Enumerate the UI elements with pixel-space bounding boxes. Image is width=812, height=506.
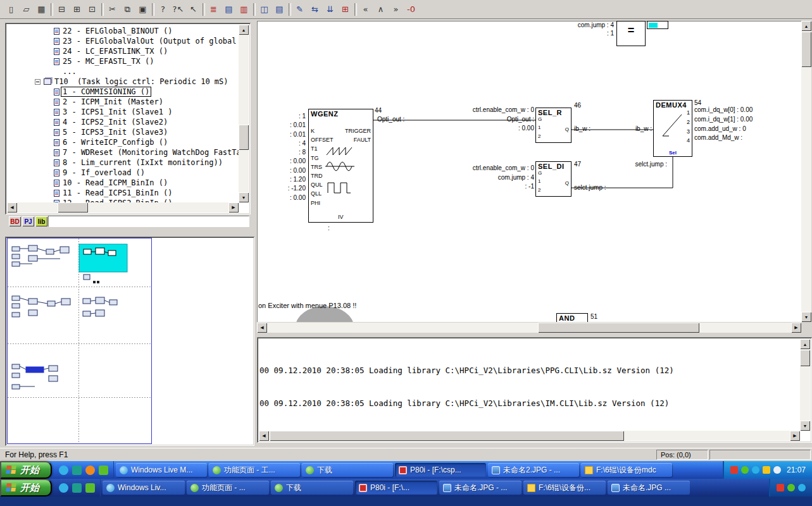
quick-launch-icon-3[interactable] <box>85 466 95 475</box>
taskbar2-button-download[interactable]: 下载 <box>271 481 353 495</box>
and-block[interactable]: AND <box>556 313 588 322</box>
taskbar-button-download[interactable]: 下载 <box>302 463 393 477</box>
taskbar2-button-p80i[interactable]: P80i - [F:\... <box>355 481 437 495</box>
cut-button[interactable]: ✂ <box>105 2 120 16</box>
tree-filter-input[interactable] <box>48 216 249 227</box>
compile-button[interactable]: ⇆ <box>308 2 322 16</box>
log-horizontal-scrollbar[interactable] <box>259 431 800 441</box>
tree-collapse-icon[interactable] <box>35 79 41 85</box>
start-button-secondary[interactable]: 开始 <box>0 479 52 497</box>
demux4-block[interactable]: DEMUX4 1 2 3 4 Sel <box>653 100 692 157</box>
canvas-vertical-scrollbar[interactable] <box>801 21 811 322</box>
build-all-button[interactable]: ⊞ <box>338 2 353 16</box>
scroll-down-icon[interactable] <box>239 192 249 202</box>
tab-pj[interactable]: PJ <box>22 216 34 226</box>
pointer-button[interactable]: ↖ <box>186 2 201 16</box>
monitor-button[interactable]: ▥ <box>237 2 251 16</box>
taskbar-button-unnamed2-jpg[interactable]: 未命名2.JPG - ... <box>488 463 579 477</box>
scroll-thumb[interactable] <box>270 431 624 441</box>
tree-item[interactable]: 23 - EFLGlobalValOut (Output of global v… <box>7 36 239 46</box>
scroll-left-icon[interactable] <box>7 202 17 213</box>
tree-item[interactable]: 5 - ICPS3_Init (Slave3) <box>7 127 239 137</box>
scroll-thumb[interactable] <box>800 350 810 366</box>
scroll-left-icon[interactable] <box>257 323 267 333</box>
tray-icon-2[interactable] <box>741 466 749 474</box>
scroll-down-icon[interactable] <box>801 312 811 322</box>
taskbar-button-p80i[interactable]: P80i - [F:\csp... <box>395 463 486 477</box>
tree-item[interactable]: ... <box>7 66 239 77</box>
help-button[interactable]: ? <box>156 2 170 16</box>
tray-icon-1[interactable] <box>777 484 784 491</box>
partial-block[interactable] <box>647 21 668 29</box>
log-vertical-scrollbar[interactable] <box>800 339 810 431</box>
quick-launch-icon-4[interactable] <box>99 466 108 475</box>
tree-item[interactable]: 8 - Lim_current (IxIxt monitoring)) <box>7 157 239 168</box>
sel-di-block[interactable]: SEL_DI G 1 2 Q <box>535 161 572 197</box>
clock[interactable]: 21:07 <box>787 466 806 474</box>
quick-launch-icon-3[interactable] <box>85 483 95 493</box>
tree-vertical-scrollbar[interactable] <box>239 25 249 202</box>
tree-item[interactable]: 4 - ICPS2_Init (Slave2) <box>7 117 239 127</box>
sel-r-block[interactable]: SEL_R G 1 2 Q <box>535 108 572 143</box>
tree-item[interactable]: 7 - WDReset (Monitoring WatchDog FastTas… <box>7 147 239 157</box>
tree-item[interactable]: 3 - ICPS1_Init (Slave1 ) <box>7 107 239 117</box>
tree-item[interactable]: 12 - Read_ICPS2_BinIn () <box>7 198 239 202</box>
scroll-down-icon[interactable] <box>800 421 810 431</box>
open-file-button[interactable]: ▱ <box>19 2 34 16</box>
wgenz-block[interactable]: WGENZ K OFFSET T1 TG TRS TRD QUL QLL <box>308 109 373 223</box>
db-view-button[interactable]: ▤ <box>222 2 236 16</box>
taskbar-button-windows-live[interactable]: Windows Live M... <box>116 463 207 477</box>
tray-icon-2[interactable] <box>787 484 795 491</box>
tray-icon-5[interactable] <box>773 466 781 474</box>
tree-item[interactable]: 1 - COMMISIONING () <box>7 87 239 97</box>
nav-first-button[interactable]: « <box>358 2 373 16</box>
download-button[interactable]: ⇊ <box>323 2 337 16</box>
scroll-up-icon[interactable] <box>801 21 811 31</box>
scroll-thumb[interactable] <box>801 32 811 67</box>
tray-icon-3[interactable] <box>752 466 759 474</box>
scroll-right-icon[interactable] <box>791 323 801 333</box>
overview-navigator-panel[interactable] <box>5 237 254 446</box>
list-windows-button[interactable]: ▤ <box>272 2 287 16</box>
canvas-horizontal-scrollbar[interactable] <box>257 323 801 333</box>
diagram-canvas[interactable]: com.jump : 4 : 1 = : 1 : 0.01 : 0.01 : 4… <box>257 21 801 322</box>
paste-button[interactable]: ▣ <box>135 2 150 16</box>
scroll-right-icon[interactable] <box>790 431 800 441</box>
taskbar2-button-windows-live[interactable]: Windows Liv... <box>103 481 185 495</box>
io-list-button[interactable]: ≣ <box>206 2 221 16</box>
taskbar-button-folder-mdc[interactable]: F:\6辊\设备份mdc <box>581 463 672 477</box>
scroll-left-icon[interactable] <box>259 431 269 441</box>
scroll-up-icon[interactable] <box>800 339 810 349</box>
scroll-right-icon[interactable] <box>228 202 239 213</box>
zero-button[interactable]: -0 <box>404 2 418 16</box>
tree-item[interactable]: 9 - If_overload () <box>7 168 239 178</box>
taskbar-button-function-page[interactable]: 功能页面 - 工... <box>209 463 300 477</box>
quick-launch-icon-2[interactable] <box>72 466 82 475</box>
scroll-thumb[interactable] <box>538 323 699 333</box>
log-output[interactable]: 00 09.12.2010 20:38:05 Loading library C… <box>259 341 799 430</box>
tray-icon-3[interactable] <box>798 484 806 491</box>
tree-item[interactable]: 24 - LC_EFASTLINK_TX () <box>7 46 239 56</box>
tree-item[interactable]: 22 - EFLGlobal_BINOUT () <box>7 26 239 36</box>
new-file-button[interactable]: ▯ <box>4 2 18 16</box>
tray-icon-1[interactable] <box>730 466 738 474</box>
tab-lib[interactable]: lib <box>35 216 47 226</box>
taskbar2-button-function-page[interactable]: 功能页面 - ... <box>187 481 269 495</box>
context-help-button[interactable]: ?↖ <box>171 2 185 16</box>
tree-item[interactable]: 25 - MC_EFASTL_TX () <box>7 56 239 66</box>
copy-button[interactable]: ⧉ <box>120 2 135 16</box>
print-preview-button[interactable]: ⊞ <box>70 2 84 16</box>
tree-item[interactable]: 11 - Read_ICPS1_BinIn () <box>7 188 239 198</box>
tree-item-task-t10[interactable]: T10 (Task logic ctrl: Periodic 10 mS) <box>7 77 239 87</box>
save-button[interactable]: ▦ <box>34 2 49 16</box>
scroll-thumb[interactable] <box>239 125 249 150</box>
taskbar2-button-folder[interactable]: F:\6辊\设备份... <box>523 481 606 495</box>
tree-item[interactable]: 6 - WriteICP_Configb () <box>7 137 239 147</box>
start-button[interactable]: 开始 <box>0 461 52 479</box>
page-setup-button[interactable]: ⊡ <box>85 2 99 16</box>
print-button[interactable]: ⊟ <box>54 2 69 16</box>
taskbar2-button-unnamed-jpg[interactable]: 未命名.JPG - ... <box>439 481 522 495</box>
scroll-thumb[interactable] <box>58 202 88 213</box>
tray-icon-4[interactable] <box>763 466 770 474</box>
tile-windows-button[interactable]: ◫ <box>257 2 272 16</box>
